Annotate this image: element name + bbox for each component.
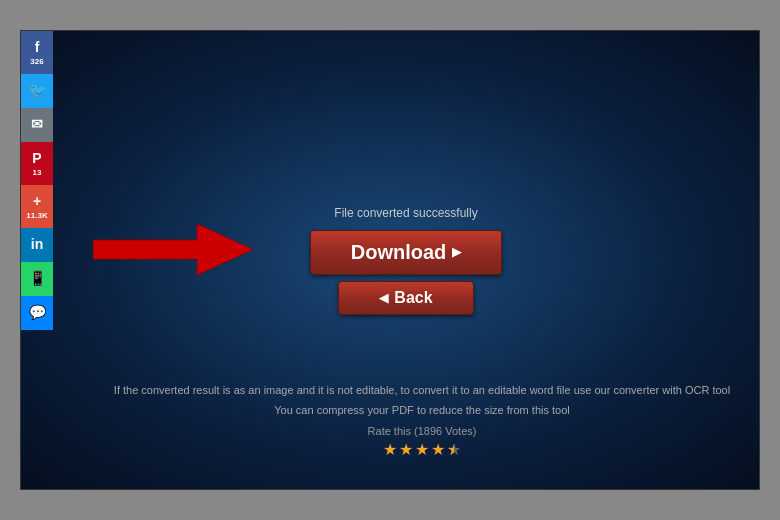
plus-count: 11.3K (26, 211, 47, 220)
rate-label: Rate this (1896 Votes) (368, 425, 477, 437)
star-2: ★ (399, 440, 413, 459)
star-5: ★★ (447, 440, 461, 459)
star-1: ★ (383, 440, 397, 459)
sidebar-item-messenger[interactable]: 💬 (21, 296, 53, 330)
facebook-icon: f (35, 39, 40, 55)
back-button[interactable]: Back (338, 281, 473, 315)
twitter-icon: 🐦 (29, 82, 46, 98)
main-content-area: File converted successfully Download Bac… (53, 31, 759, 489)
social-sidebar: f 326 🐦 ✉ P 13 + 11.3K in 📱 💬 (21, 31, 53, 489)
sidebar-item-linkedin[interactable]: in (21, 228, 53, 262)
star-3: ★ (415, 440, 429, 459)
main-frame: f 326 🐦 ✉ P 13 + 11.3K in 📱 💬 (20, 30, 760, 490)
email-icon: ✉ (31, 116, 43, 132)
sidebar-item-facebook[interactable]: f 326 (21, 31, 53, 74)
rating-section: Rate this (1896 Votes) ★ ★ ★ ★ ★★ (85, 425, 759, 459)
bottom-info-section: If the converted result is as an image a… (85, 381, 759, 459)
whatsapp-icon: 📱 (29, 270, 46, 286)
download-button[interactable]: Download (310, 230, 503, 275)
star-rating[interactable]: ★ ★ ★ ★ ★★ (383, 440, 461, 459)
plus-icon: + (33, 193, 41, 209)
svg-marker-0 (93, 224, 253, 275)
sidebar-item-pinterest[interactable]: P 13 (21, 142, 53, 185)
arrow-icon (93, 215, 253, 285)
facebook-count: 326 (30, 57, 43, 66)
sidebar-item-twitter[interactable]: 🐦 (21, 74, 53, 108)
info-line1: If the converted result is as an image a… (85, 381, 759, 401)
success-message: File converted successfully (334, 206, 477, 220)
linkedin-icon: in (31, 236, 43, 252)
star-4: ★ (431, 440, 445, 459)
info-line2: You can compress your PDF to reduce the … (85, 401, 759, 421)
pinterest-count: 13 (33, 168, 42, 177)
arrow-container (93, 215, 253, 285)
messenger-icon: 💬 (29, 304, 46, 320)
conversion-result-area: File converted successfully Download Bac… (310, 206, 503, 315)
sidebar-item-plus[interactable]: + 11.3K (21, 185, 53, 228)
sidebar-item-email[interactable]: ✉ (21, 108, 53, 142)
sidebar-item-whatsapp[interactable]: 📱 (21, 262, 53, 296)
pinterest-icon: P (32, 150, 41, 166)
